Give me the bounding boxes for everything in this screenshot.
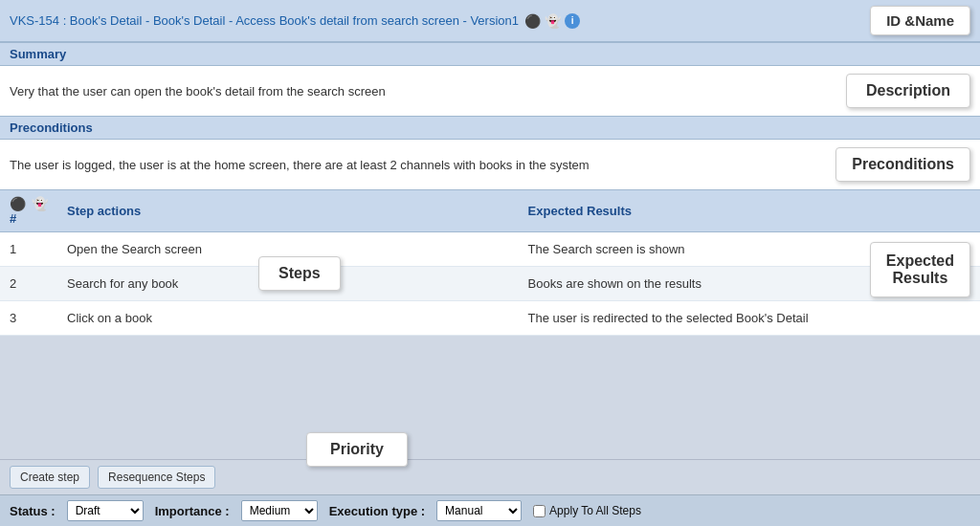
status-row: Status : Draft Active Obsolete Importanc… (0, 494, 980, 526)
ghost-icon: 👻 (545, 13, 561, 29)
callout-steps: Steps (258, 256, 341, 291)
status-label: Status : (10, 504, 56, 518)
step-action-cell: Click on a book (57, 301, 519, 336)
id-name-button[interactable]: ID &Name (870, 6, 970, 35)
create-step-button[interactable]: Create step (10, 466, 90, 489)
execution-select[interactable]: Manual Automated Both (436, 500, 522, 521)
step-pacman-icon: ⚫ (10, 196, 26, 211)
preconditions-button[interactable]: Preconditions (835, 147, 970, 182)
importance-select[interactable]: Low Medium High (241, 500, 318, 521)
header-title-area: VKS-154 : Book's Detail - Book's Detail … (10, 13, 580, 29)
pacman-icon: ⚫ (524, 13, 541, 29)
callout-priority: Priority (306, 432, 408, 467)
steps-table-header-row: ⚫ 👻 # Step actions Expected Results (0, 190, 980, 232)
apply-to-all-checkbox[interactable] (533, 505, 546, 517)
description-button[interactable]: Description (846, 74, 970, 108)
preconditions-section: Preconditions The user is logged, the us… (0, 116, 980, 189)
step-ghost-icon: 👻 (32, 196, 48, 211)
info-icon: i (565, 13, 580, 29)
bottom-controls: Create step Resequence Steps Status : Dr… (0, 459, 980, 526)
callout-expected-text: ExpectedResults (886, 252, 954, 286)
summary-content: Very that the user can open the book's d… (0, 66, 980, 116)
execution-label: Execution type : (329, 504, 425, 518)
preconditions-text: The user is logged, the user is at the h… (10, 158, 816, 172)
col-num: ⚫ 👻 # (0, 190, 57, 232)
importance-label: Importance : (155, 504, 230, 518)
col-num-label: # (10, 211, 48, 226)
step-num-cell: 2 (0, 267, 57, 301)
col-expected: Expected Results (519, 190, 980, 232)
button-row: Create step Resequence Steps (0, 459, 980, 494)
apply-to-all-label[interactable]: Apply To All Steps (533, 504, 641, 517)
preconditions-content: The user is logged, the user is at the h… (0, 140, 980, 189)
preconditions-header: Preconditions (0, 116, 980, 140)
summary-header: Summary (0, 42, 980, 66)
steps-tbody: 1 Open the Search screen The Search scre… (0, 232, 980, 336)
resequence-steps-button[interactable]: Resequence Steps (98, 466, 215, 489)
apply-to-all-text: Apply To All Steps (549, 504, 641, 517)
header-title-text: VKS-154 : Book's Detail - Book's Detail … (10, 13, 519, 28)
step-num-cell: 1 (0, 232, 57, 267)
status-select[interactable]: Draft Active Obsolete (67, 500, 144, 521)
callout-expected-results: ExpectedResults (870, 242, 970, 297)
summary-section: Summary Very that the user can open the … (0, 42, 980, 116)
step-num-cell: 3 (0, 301, 57, 336)
summary-text: Very that the user can open the book's d… (10, 84, 827, 99)
table-row: 3 Click on a book The user is redirected… (0, 301, 980, 336)
table-row: 1 Open the Search screen The Search scre… (0, 232, 980, 267)
header: VKS-154 : Book's Detail - Book's Detail … (0, 0, 980, 42)
table-row: 2 Search for any book Books are shown on… (0, 267, 980, 301)
steps-table: ⚫ 👻 # Step actions Expected Results 1 Op… (0, 189, 980, 336)
col-actions: Step actions (57, 190, 519, 232)
step-expected-cell: The user is redirected to the selected B… (519, 301, 980, 336)
header-icons: ⚫ 👻 i (524, 13, 580, 29)
